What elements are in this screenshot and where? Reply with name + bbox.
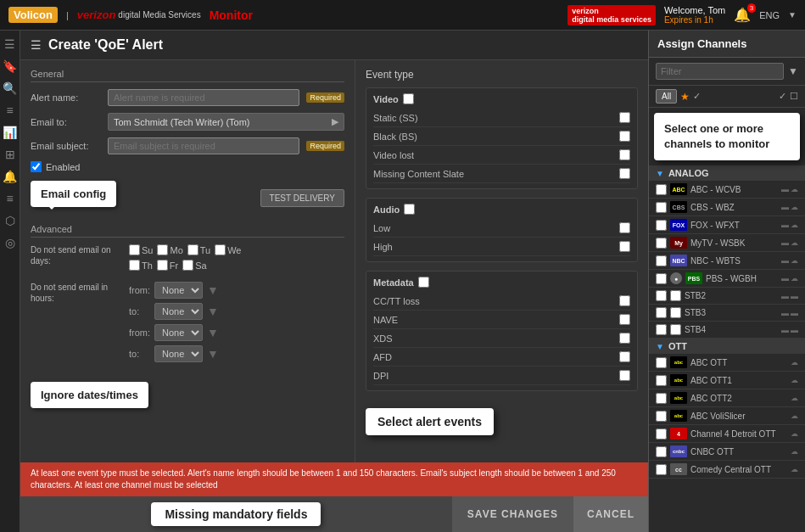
channel-fox-wfxt[interactable]: FOX FOX - WFXT ▬ ☁ xyxy=(649,216,805,234)
channel-ch4-detroit[interactable]: 4 Channel 4 Detroit OTT ☁ xyxy=(649,425,805,443)
abc-wcvb-checkbox[interactable] xyxy=(656,184,667,195)
page-header: ☰ Create 'QoE' Alert xyxy=(20,31,648,60)
sidebar-grid-icon[interactable]: ⊞ xyxy=(2,148,19,161)
day-su[interactable]: Su xyxy=(129,244,153,255)
cnbc-ott-checkbox[interactable] xyxy=(656,446,667,457)
cctt-checkbox[interactable] xyxy=(619,295,630,306)
xds-checkbox[interactable] xyxy=(619,333,630,344)
afd-checkbox[interactable] xyxy=(619,351,630,362)
channel-cnbc-ott[interactable]: cnbc CNBC OTT ☁ xyxy=(649,443,805,461)
to-select-2[interactable]: None xyxy=(154,345,203,362)
ch4-detroit-checkbox[interactable] xyxy=(656,428,667,440)
black-checkbox[interactable] xyxy=(619,131,630,142)
ott-expand-icon[interactable]: ▼ xyxy=(656,342,664,351)
sidebar-chart-icon[interactable]: 📊 xyxy=(2,126,19,139)
email-to-value[interactable]: Tom Schmidt (Tech Writer) (Tom) ▶ xyxy=(108,113,344,131)
enabled-checkbox[interactable] xyxy=(31,161,42,172)
day-sa[interactable]: Sa xyxy=(182,260,206,271)
sidebar-lines-icon[interactable]: ≡ xyxy=(2,192,19,205)
channel-pbs-wgbh[interactable]: ● PBS PBS - WGBH ▬ ☁ xyxy=(649,270,805,288)
channel-stb3[interactable]: STB3 ▬ ▬ xyxy=(649,305,805,322)
video-lost-checkbox[interactable] xyxy=(619,149,630,160)
metadata-group-checkbox[interactable] xyxy=(418,277,429,288)
sidebar-hex-icon[interactable]: ⬡ xyxy=(2,214,19,227)
from-select-1[interactable]: None xyxy=(154,282,203,299)
channel-abc-ott[interactable]: abc ABC OTT ☁ xyxy=(649,354,805,372)
high-checkbox[interactable] xyxy=(619,241,630,252)
sidebar-menu-icon[interactable]: ☰ xyxy=(2,37,19,51)
ch4-detroit-logo: 4 xyxy=(670,428,687,440)
pbs-circle-icon: ● xyxy=(670,272,682,284)
deselect-icon[interactable]: ☐ xyxy=(790,91,798,102)
cbs-wbz-checkbox[interactable] xyxy=(656,202,667,213)
lang-arrow-icon[interactable]: ▼ xyxy=(788,10,797,20)
cancel-button[interactable]: CANCEL xyxy=(573,496,648,532)
fox-wfxt-checkbox[interactable] xyxy=(656,220,667,231)
stb3-checkbox[interactable] xyxy=(656,307,667,318)
sidebar-list-icon[interactable]: ≡ xyxy=(2,104,19,117)
channel-mytv-wsbk[interactable]: My MyTV - WSBK ▬ ☁ xyxy=(649,234,805,252)
email-subject-input[interactable] xyxy=(108,137,299,154)
stb2-checkbox[interactable] xyxy=(656,290,667,301)
static-checkbox[interactable] xyxy=(619,112,630,123)
channel-abc-ott1[interactable]: abc ABC OTT1 ☁ xyxy=(649,372,805,389)
checkmark-icon[interactable]: ✓ xyxy=(693,91,701,102)
channel-comedy-central[interactable]: cc Comedy Central OTT ☁ xyxy=(649,461,805,479)
sidebar-circle-icon[interactable]: ◎ xyxy=(2,236,19,249)
comedy-name: Comedy Central OTT xyxy=(690,465,787,474)
abc-ott2-checkbox[interactable] xyxy=(656,393,667,404)
missing-slate-checkbox[interactable] xyxy=(619,168,630,179)
stb4-checkbox2[interactable] xyxy=(670,324,681,335)
sidebar-search-icon[interactable]: 🔍 xyxy=(2,81,19,95)
select-all-check-icon[interactable]: ✓ xyxy=(779,91,786,102)
channel-abc-wcvb[interactable]: ABC ABC - WCVB ▬ ☁ xyxy=(649,181,805,199)
bell-container[interactable]: 🔔 3 xyxy=(734,7,751,23)
day-we[interactable]: We xyxy=(215,244,241,255)
channel-abc-ott2[interactable]: abc ABC OTT2 ☁ xyxy=(649,389,805,407)
to-select-1[interactable]: None xyxy=(154,303,203,320)
video-group-checkbox[interactable] xyxy=(403,93,414,104)
test-delivery-button[interactable]: TEST DELIVERY xyxy=(260,189,344,207)
stb2-checkbox2[interactable] xyxy=(670,290,681,301)
stb3-checkbox2[interactable] xyxy=(670,307,681,318)
filter-icon[interactable]: ▼ xyxy=(788,65,798,77)
low-checkbox[interactable] xyxy=(619,222,630,233)
day-th[interactable]: Th xyxy=(129,260,153,271)
abc-volislicer-checkbox[interactable] xyxy=(656,411,667,422)
analog-expand-icon[interactable]: ▼ xyxy=(656,169,664,178)
alert-name-input[interactable] xyxy=(108,89,299,106)
channels-filter-input[interactable] xyxy=(656,63,784,80)
nave-checkbox[interactable] xyxy=(619,314,630,325)
days-label: Do not send email on days: xyxy=(31,244,124,266)
advanced-section: Advanced Do not send email on days: Su M… xyxy=(31,224,344,417)
to-label-1: to: xyxy=(129,306,150,316)
day-tu[interactable]: Tu xyxy=(187,244,210,255)
audio-group-checkbox[interactable] xyxy=(404,204,415,215)
abc-ott1-checkbox[interactable] xyxy=(656,375,667,386)
all-button[interactable]: All xyxy=(656,89,677,104)
hamburger-icon[interactable]: ☰ xyxy=(31,38,42,52)
channel-nbc-wbts[interactable]: NBC NBC - WBTS ▬ ☁ xyxy=(649,252,805,270)
day-fr[interactable]: Fr xyxy=(157,260,178,271)
mytv-wsbk-checkbox[interactable] xyxy=(656,238,667,249)
comedy-central-checkbox[interactable] xyxy=(656,464,667,475)
day-mo[interactable]: Mo xyxy=(157,244,182,255)
nbc-wbts-checkbox[interactable] xyxy=(656,255,667,266)
channel-cbs-wbz[interactable]: CBS CBS - WBZ ▬ ☁ xyxy=(649,199,805,216)
abc-ott-checkbox[interactable] xyxy=(656,357,667,368)
pbs-wgbh-checkbox[interactable] xyxy=(656,273,667,284)
star-icon[interactable]: ★ xyxy=(680,91,690,103)
hours-from-row-2: from: None ▼ xyxy=(129,324,344,341)
channel-stb4[interactable]: STB4 ▬ ▬ xyxy=(649,322,805,339)
email-arrow-icon[interactable]: ▶ xyxy=(332,116,338,127)
sidebar-bell-icon[interactable]: 🔔 xyxy=(2,170,19,183)
from-select-2[interactable]: None xyxy=(154,324,203,341)
enabled-label: Enabled xyxy=(46,162,80,172)
dpi-checkbox[interactable] xyxy=(619,370,630,381)
channel-abc-volislicer[interactable]: abc ABC VoliSlicer ☁ xyxy=(649,407,805,425)
sidebar-bookmark-icon[interactable]: 🔖 xyxy=(2,59,19,73)
verizon-badge: verizondigital media services xyxy=(567,5,656,25)
channel-stb2[interactable]: STB2 ▬ ▬ xyxy=(649,288,805,305)
stb4-checkbox[interactable] xyxy=(656,324,667,335)
save-changes-button[interactable]: SAVE CHANGES xyxy=(452,496,573,532)
